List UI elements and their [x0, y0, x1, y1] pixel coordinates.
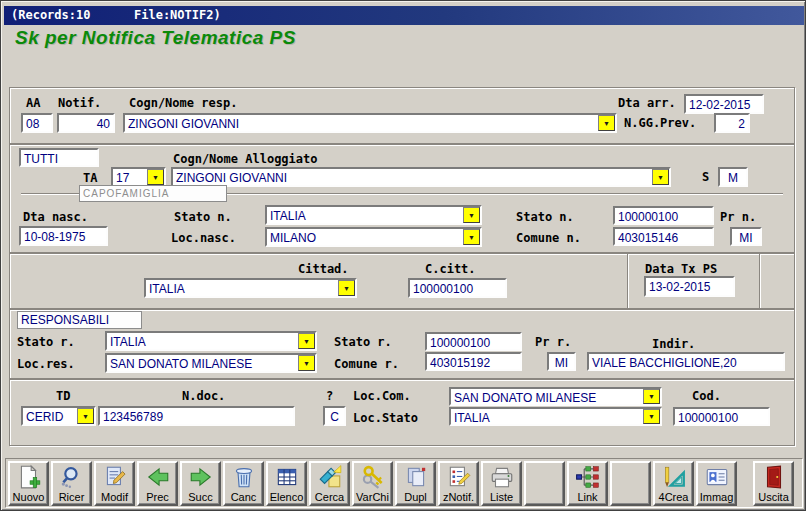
stato-n-code-field[interactable]: 100000100	[613, 206, 714, 225]
toolbar-button-label: Canc	[231, 491, 257, 503]
filter-field[interactable]: TUTTI	[19, 148, 99, 167]
loc-com-label: Loc.Com.	[353, 389, 411, 403]
c-citt-field[interactable]: 100000100	[408, 278, 507, 298]
notif-field[interactable]: 40	[57, 113, 115, 133]
toolbar-button-4crea[interactable]: 4Crea	[653, 461, 694, 506]
toolbar-button-nuovo[interactable]: Nuovo	[8, 461, 49, 506]
chevron-down-icon[interactable]: ▼	[147, 169, 164, 185]
id-card-icon	[698, 463, 735, 491]
toolbar: Nuovo Ricer Modif Prec Succ	[5, 458, 803, 508]
checklist-pencil-icon	[440, 463, 477, 491]
toolbar-button-znotif[interactable]: zNotif.	[438, 461, 479, 506]
chevron-down-icon[interactable]: ▼	[463, 207, 480, 223]
toolbar-button-label: Immag	[700, 491, 734, 503]
search-icon	[53, 463, 90, 491]
toolbar-button-label: Dupl	[404, 491, 427, 503]
title-bar[interactable]: (Records:10 File:NOTIF2)	[4, 6, 804, 25]
chevron-down-icon[interactable]: ▼	[298, 355, 315, 371]
ngg-prev-field[interactable]: 2	[714, 113, 750, 133]
ndoc-field[interactable]: 123456789	[98, 406, 295, 426]
loc-com-combobox[interactable]: SAN DONATO MILANESE ▼	[449, 387, 662, 406]
question-label: ?	[326, 389, 333, 403]
ta-combobox[interactable]: 17 ▼	[111, 167, 166, 187]
toolbar-button-ricer[interactable]: Ricer	[51, 461, 92, 506]
chevron-down-icon[interactable]: ▼	[598, 115, 615, 131]
stato-r-combobox[interactable]: ITALIA ▼	[105, 331, 317, 351]
toolbar-button-modif[interactable]: Modif	[94, 461, 135, 506]
pr-r-field[interactable]: MI	[547, 352, 576, 371]
alloggiato-label: Cogn/Nome Alloggiato	[173, 152, 318, 166]
toolbar-button-link[interactable]: Link	[567, 461, 608, 506]
chevron-down-icon[interactable]: ▼	[652, 169, 669, 185]
loc-res-combobox[interactable]: SAN DONATO MILANESE ▼	[105, 353, 317, 373]
question-field[interactable]: C	[323, 406, 346, 426]
alloggiato-combobox[interactable]: ZINGONI GIOVANNI ▼	[171, 167, 671, 187]
toolbar-button-blank-2[interactable]	[610, 461, 651, 506]
edit-document-icon	[96, 463, 133, 491]
toolbar-button-succ[interactable]: Succ	[180, 461, 221, 506]
cittad-combobox[interactable]: ITALIA ▼	[144, 278, 357, 298]
toolbar-button-dupl[interactable]: Dupl	[395, 461, 436, 506]
toolbar-button-label: Prec	[146, 491, 169, 503]
aa-field[interactable]: 08	[21, 113, 53, 133]
comune-r-code-field[interactable]: 403015192	[425, 352, 522, 371]
toolbar-button-blank-1[interactable]	[524, 461, 565, 506]
duplicate-icon	[397, 463, 434, 491]
loc-stato-combobox[interactable]: ITALIA ▼	[449, 407, 662, 426]
arrow-left-icon	[139, 463, 176, 491]
sesso-field[interactable]: M	[718, 167, 748, 187]
toolbar-button-canc[interactable]: Canc	[223, 461, 264, 506]
chevron-down-icon[interactable]: ▼	[463, 229, 480, 245]
toolbar-button-liste[interactable]: Liste	[481, 461, 522, 506]
exit-door-icon	[755, 463, 792, 491]
keys-icon	[354, 463, 391, 491]
toolbar-button-label: VarChi	[356, 491, 389, 503]
indir-field[interactable]: VIALE BACCHIGLIONE,20	[587, 352, 785, 371]
loc-stato-label: Loc.Stato	[353, 411, 418, 425]
toolbar-button-elenco[interactable]: Elenco	[266, 461, 307, 506]
loc-nasc-combobox[interactable]: MILANO ▼	[265, 227, 482, 247]
comune-n-label: Comune n.	[516, 231, 581, 245]
chevron-down-icon[interactable]: ▼	[77, 408, 94, 424]
pr-n-field[interactable]: MI	[730, 227, 762, 246]
loc-stato-value: ITALIA	[454, 411, 490, 425]
file-name: File:NOTIF2)	[134, 8, 221, 22]
blank-icon	[612, 463, 649, 503]
cod-field[interactable]: 100000100	[673, 407, 770, 426]
comune-n-code-field[interactable]: 403015146	[613, 227, 714, 246]
chevron-down-icon[interactable]: ▼	[643, 389, 660, 404]
sesso-label: S	[702, 170, 709, 184]
loc-res-value: SAN DONATO MILANESE	[110, 357, 252, 371]
toolbar-button-cerca[interactable]: Cerca	[309, 461, 350, 506]
chevron-down-icon[interactable]: ▼	[643, 409, 660, 424]
dta-arr-field[interactable]: 12-02-2015	[684, 94, 764, 114]
aa-label: AA	[26, 96, 40, 110]
toolbar-button-label: Ricer	[59, 491, 85, 503]
resp-value: ZINGONI GIOVANNI	[128, 117, 239, 131]
toolbar-button-uscita[interactable]: Uscita	[753, 461, 794, 506]
td-combobox[interactable]: CERID ▼	[21, 406, 96, 426]
toolbar-button-varchi[interactable]: VarChi	[352, 461, 393, 506]
toolbar-button-immag[interactable]: Immag	[696, 461, 737, 506]
ta-value: 17	[116, 171, 129, 185]
stato-r-code-field[interactable]: 100000100	[425, 332, 522, 351]
cod-label: Cod.	[692, 389, 721, 403]
org-chart-icon	[569, 463, 606, 491]
stato-n-combobox[interactable]: ITALIA ▼	[265, 205, 482, 225]
stato-r-value: ITALIA	[110, 335, 146, 349]
loc-nasc-label: Loc.nasc.	[171, 231, 236, 245]
toolbar-button-prec[interactable]: Prec	[137, 461, 178, 506]
flashlight-icon	[311, 463, 348, 491]
c-citt-label: C.citt.	[425, 262, 476, 276]
chevron-down-icon[interactable]: ▼	[338, 280, 355, 296]
dta-nasc-field[interactable]: 10-08-1975	[19, 226, 108, 246]
cittad-value: ITALIA	[149, 282, 185, 296]
responsabili-header-field[interactable]: RESPONSABILI	[17, 311, 142, 329]
data-tx-label: Data Tx PS	[645, 262, 717, 276]
loc-res-label: Loc.res.	[17, 357, 75, 371]
data-tx-field[interactable]: 13-02-2015	[644, 276, 735, 297]
trash-icon	[225, 463, 262, 491]
chevron-down-icon[interactable]: ▼	[298, 333, 315, 349]
resp-combobox[interactable]: ZINGONI GIOVANNI ▼	[123, 113, 617, 133]
loc-com-value: SAN DONATO MILANESE	[454, 391, 596, 405]
